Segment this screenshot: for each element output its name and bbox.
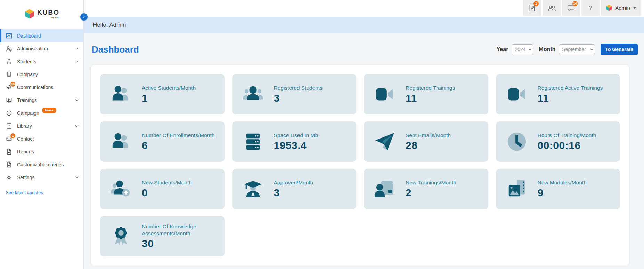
graduate-icon — [232, 178, 274, 200]
page-title: Dashboard — [92, 44, 139, 55]
stat-card-registered-active-trainings: Registered Active Trainings 11 — [496, 74, 620, 114]
modules-icon — [496, 178, 538, 200]
sidebar-item-label: Communications — [17, 85, 53, 90]
sidebar: KUBO by ndd Dashboard Administration Stu… — [0, 0, 84, 269]
sidebar-collapse-button[interactable]: ‹ — [80, 13, 88, 21]
sidebar-item-company[interactable]: Company — [0, 68, 83, 81]
notification-badge: 1 — [533, 1, 539, 6]
sidebar-item-students[interactable]: Students — [0, 55, 83, 68]
company-icon — [6, 71, 13, 78]
stat-value: 6 — [142, 140, 222, 151]
sidebar-item-label: Contact — [17, 136, 34, 142]
stat-card-space-used-in-mb: Space Used In Mb 1953.4 — [232, 121, 357, 162]
stat-value: 1 — [142, 92, 222, 104]
stat-value: 30 — [142, 238, 222, 250]
sidebar-item-campaign[interactable]: Campaign News — [0, 106, 83, 119]
stat-value: 11 — [538, 92, 618, 104]
stat-value: 9 — [538, 187, 618, 199]
kubo-cube-icon — [24, 8, 35, 19]
stat-value: 28 — [406, 140, 486, 151]
users-icon-button[interactable] — [543, 0, 561, 16]
stat-value: 00:00:16 — [538, 140, 618, 151]
stat-card-registered-students: Registered Students 3 — [232, 74, 357, 114]
stat-title: Registered Students — [274, 85, 349, 91]
stat-title: Registered Trainings — [406, 85, 480, 91]
notification-badge: 15 — [10, 82, 15, 87]
news-tag: News — [42, 108, 57, 113]
greeting-band: Hello, Admin — [84, 17, 644, 33]
chevron-down-icon — [74, 59, 79, 64]
sidebar-menu: Dashboard Administration Students Compan… — [0, 29, 83, 184]
stat-title: Sent Emails/Month — [406, 132, 480, 139]
sidebar-item-library[interactable]: Library — [0, 119, 83, 132]
stat-value: 2 — [406, 187, 486, 199]
video-icon — [496, 84, 538, 105]
stat-card-number-of-enrollments-month: Number Of Enrollments/Month 6 — [100, 121, 225, 162]
help-icon-button[interactable] — [581, 0, 600, 16]
sidebar-item-label: Customizable queries — [17, 162, 64, 167]
megaphone-icon: 15 — [6, 84, 13, 91]
help-icon — [586, 3, 595, 13]
stat-title: Space Used In Mb — [274, 132, 349, 139]
dashboard-filters: Year 2024 Month September To Generate — [497, 44, 638, 55]
sidebar-item-settings[interactable]: Settings — [0, 171, 83, 184]
sidebar-item-label: Settings — [17, 175, 35, 180]
settings-icon — [6, 174, 13, 181]
stat-title: New Trainings/Month — [406, 179, 480, 186]
video-icon — [364, 84, 406, 105]
stat-title: Number Of Knowledge Assessments/Month — [142, 223, 217, 237]
stat-title: Number Of Enrollments/Month — [142, 132, 217, 139]
app-logo: KUBO by ndd — [0, 0, 83, 29]
chevron-down-icon — [633, 6, 637, 10]
logo-text: KUBO — [37, 9, 59, 16]
admin-user-menu[interactable]: Admin — [601, 0, 641, 16]
admin-icon — [6, 45, 13, 52]
kubo-cube-icon — [605, 4, 613, 11]
sidebar-item-customizable-queries[interactable]: Customizable queries — [0, 158, 83, 171]
sidebar-item-label: Campaign — [17, 110, 39, 116]
month-label: Month — [539, 46, 555, 53]
users2-icon — [100, 131, 142, 152]
stat-card-sent-emails-month: Sent Emails/Month 28 — [364, 121, 488, 162]
plane-icon — [364, 131, 406, 152]
report-icon — [6, 161, 13, 168]
see-latest-updates-link[interactable]: See latest updates — [6, 190, 83, 195]
admin-label: Admin — [615, 5, 630, 11]
sidebar-item-reports[interactable]: Reports — [0, 145, 83, 158]
stat-title: Approved/Month — [274, 179, 349, 186]
stat-value: 11 — [406, 92, 486, 104]
sidebar-item-label: Trainings — [17, 97, 37, 103]
server-icon — [232, 131, 274, 152]
chevron-down-icon — [74, 175, 79, 180]
users3-icon — [232, 84, 274, 105]
stat-card-new-students-month: New Students/Month 0 — [100, 169, 225, 209]
report-icon — [6, 148, 13, 155]
sidebar-item-administration[interactable]: Administration — [0, 42, 83, 55]
stat-title: Hours Of Training/Month — [538, 132, 612, 139]
chevron-down-icon — [74, 124, 79, 128]
year-select[interactable]: 2024 — [512, 44, 533, 55]
stat-value: 1953.4 — [274, 140, 354, 151]
generate-button[interactable]: To Generate — [601, 44, 638, 55]
sidebar-item-communications[interactable]: 15 Communications — [0, 81, 83, 94]
sidebar-item-label: Company — [17, 72, 38, 77]
sidebar-item-contact[interactable]: 1 Contact — [0, 132, 83, 145]
stat-card-registered-trainings: Registered Trainings 11 — [364, 74, 488, 114]
sidebar-item-label: Students — [17, 59, 36, 64]
compose-icon-button[interactable]: 1 — [523, 0, 541, 16]
sidebar-item-label: Library — [17, 123, 32, 129]
users-icon — [547, 3, 556, 13]
sidebar-item-label: Administration — [17, 46, 48, 52]
topbar: 1 14 Admin — [84, 0, 644, 17]
month-select[interactable]: September — [559, 44, 595, 55]
sidebar-item-dashboard[interactable]: Dashboard — [0, 29, 83, 42]
library-icon — [6, 122, 13, 129]
student-icon — [6, 58, 13, 65]
chevron-down-icon — [74, 46, 79, 51]
trainings-icon — [6, 97, 13, 104]
notification-badge: 1 — [10, 133, 15, 138]
sidebar-item-trainings[interactable]: Trainings — [0, 94, 83, 106]
logo-byline: by ndd — [51, 16, 59, 19]
year-label: Year — [497, 46, 508, 53]
chat-icon-button[interactable]: 14 — [562, 0, 580, 16]
